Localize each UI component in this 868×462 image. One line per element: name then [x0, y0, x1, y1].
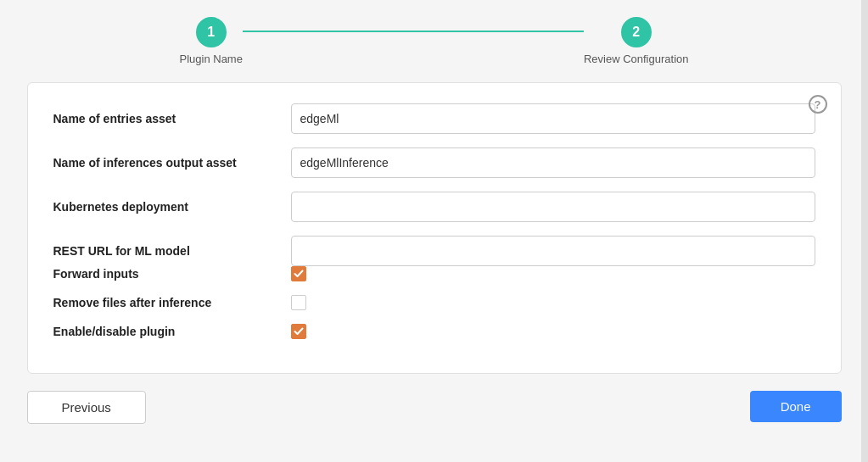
input-inferences-output-asset[interactable]: [291, 148, 815, 178]
checkbox-row-remove-files: Remove files after inference: [53, 295, 815, 310]
form-row-rest-url: REST URL for ML model: [53, 236, 815, 266]
previous-button[interactable]: Previous: [27, 391, 146, 424]
input-entries-asset[interactable]: [291, 103, 815, 134]
label-kubernetes-deployment: Kubernetes deployment: [53, 200, 291, 214]
checkbox-row-enable-plugin: Enable/disable plugin: [53, 324, 815, 339]
label-remove-files: Remove files after inference: [53, 296, 291, 309]
label-enable-plugin: Enable/disable plugin: [53, 325, 291, 338]
input-rest-url[interactable]: [291, 236, 815, 266]
right-accent: [861, 0, 868, 462]
step-2-circle: 2: [621, 17, 652, 47]
step-connector: [243, 31, 584, 32]
form-row-kubernetes-deployment: Kubernetes deployment: [53, 192, 815, 222]
step-2-label: Review Configuration: [584, 53, 689, 65]
stepper: 1 Plugin Name 2 Review Configuration: [180, 17, 689, 65]
config-card: ? Name of entries assetName of inference…: [27, 82, 842, 374]
checkbox-remove-files[interactable]: [291, 295, 306, 310]
form-row-entries-asset: Name of entries asset: [53, 103, 815, 134]
label-entries-asset: Name of entries asset: [53, 112, 291, 125]
step-1-label: Plugin Name: [180, 53, 243, 65]
checkbox-row-forward-inputs: Forward inputs: [53, 266, 815, 281]
step-2: 2 Review Configuration: [584, 17, 689, 65]
checkbox-forward-inputs[interactable]: [291, 266, 306, 281]
label-rest-url: REST URL for ML model: [53, 244, 291, 258]
page-wrapper: 1 Plugin Name 2 Review Configuration ? N…: [0, 0, 868, 462]
checkbox-enable-plugin[interactable]: [291, 324, 306, 339]
done-button[interactable]: Done: [750, 391, 842, 422]
input-kubernetes-deployment[interactable]: [291, 192, 815, 222]
label-inferences-output-asset: Name of inferences output asset: [53, 156, 291, 170]
help-icon[interactable]: ?: [809, 95, 827, 114]
label-forward-inputs: Forward inputs: [53, 267, 291, 281]
step-1: 1 Plugin Name: [180, 17, 243, 65]
form-row-inferences-output-asset: Name of inferences output asset: [53, 148, 815, 178]
step-1-circle: 1: [196, 17, 227, 47]
